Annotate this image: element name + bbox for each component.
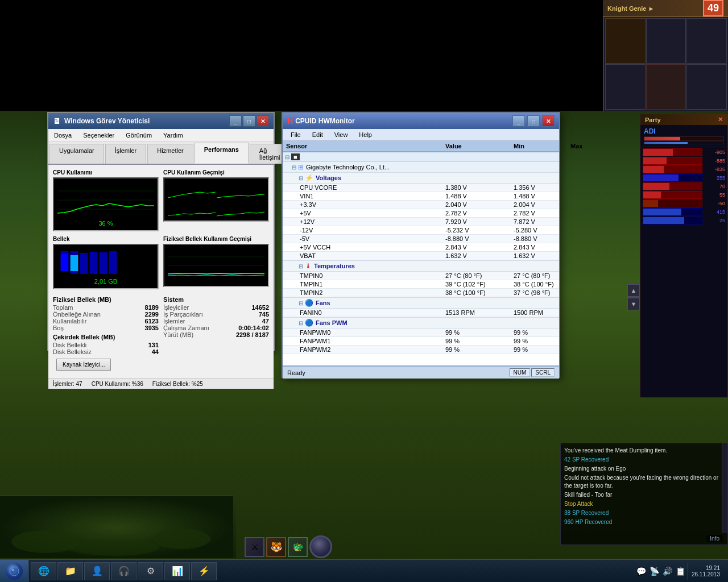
hwm-12v-value: 7.920 V xyxy=(445,218,514,225)
taskbar-item-app5[interactable]: ⚙ xyxy=(138,562,163,580)
party-close-button[interactable]: ✕ xyxy=(718,116,723,123)
svg-rect-10 xyxy=(90,252,98,274)
tm-tab-performance[interactable]: Performans xyxy=(195,143,249,164)
hwm-neg12v-value: -5.232 V xyxy=(445,227,514,234)
hwmonitor-window: H CPUID HWMonitor _ □ ✕ File Edit View H… xyxy=(282,112,560,378)
hotbar-icon-2[interactable]: 🐯 xyxy=(266,537,286,557)
hwm-fans-header[interactable]: ⊟ 🔵 Fans xyxy=(283,297,559,309)
chat-panel: You've received the Meat Dumpling item. … xyxy=(560,443,728,545)
svg-point-18 xyxy=(11,568,17,574)
task-manager-tabs: Uygulamalar İşlemler Hizmetler Performan… xyxy=(48,142,274,165)
taskbar-item-app3[interactable]: 👤 xyxy=(84,562,110,580)
info-button[interactable]: Info xyxy=(706,535,723,542)
task-manager-minimize-button[interactable]: _ xyxy=(229,115,242,127)
cpu-panel: CPU Kullanımı 36 % xyxy=(53,169,159,231)
hwm-temps-header[interactable]: ⊟ 🌡 Temperatures xyxy=(283,260,559,272)
hwm-menu-edit[interactable]: Edit xyxy=(307,130,329,140)
system-commit-row: Yürüt (MB) 2298 / 8187 xyxy=(163,331,269,338)
tm-menu-file[interactable]: Dosya xyxy=(48,130,77,140)
hwm-fanin0-value: 1513 RPM xyxy=(445,309,514,316)
task-manager-titlebar[interactable]: 🖥 Windows Görev Yöneticisi _ □ ✕ xyxy=(48,113,274,129)
char-slot-6 xyxy=(686,64,727,110)
hwmonitor-titlebar[interactable]: H CPUID HWMonitor _ □ ✕ xyxy=(283,113,559,129)
hwmonitor-tree-content[interactable]: ⊟ ■ ⊟ ⊞ Gigabyte Technology Co., Lt... ⊟… xyxy=(283,152,559,365)
char-slot-5 xyxy=(646,64,686,110)
taskbar-item-app7[interactable]: ⚡ xyxy=(191,562,217,580)
hwm-sensor-5vcch: +5V VCCH 2.843 V 2.843 V 2.843 V xyxy=(283,243,559,252)
svg-rect-6 xyxy=(61,254,69,271)
tm-tab-processes[interactable]: İşlemler xyxy=(105,144,147,164)
taskbar-item-explorer[interactable]: 📁 xyxy=(57,562,83,580)
chat-scrollbar[interactable] xyxy=(722,443,727,533)
tm-tab-apps[interactable]: Uygulamalar xyxy=(49,144,104,164)
hwm-5v-value: 2.782 V xyxy=(445,210,514,217)
hwm-device-icon: ⊞ xyxy=(298,163,304,171)
hwm-fanpwm2-value: 99 % xyxy=(445,346,514,353)
taskbar-item-app6[interactable]: 📊 xyxy=(164,562,190,580)
systray-icon-3[interactable]: 🔊 xyxy=(663,567,672,576)
memory-value: 2,01 GB xyxy=(57,278,154,285)
hwm-menu-file[interactable]: File xyxy=(285,130,307,140)
systray-icon-4[interactable]: 📋 xyxy=(676,567,685,576)
hotbar-area: ⚔ 🐯 🐲 xyxy=(245,535,332,558)
hwmonitor-statusbar: Ready NUM SCRL xyxy=(283,365,559,379)
kernel-nonpaged-value: 44 xyxy=(152,348,159,355)
hwm-device-row[interactable]: ⊟ ⊞ Gigabyte Technology Co., Lt... xyxy=(283,162,559,173)
hwm-voltages-label: Voltages xyxy=(316,174,341,181)
hwm-3v3-min: 2.004 V xyxy=(514,201,559,208)
start-button[interactable] xyxy=(0,560,28,583)
hwm-fanspwm-header[interactable]: ⊟ 🔵 Fans PWM xyxy=(283,317,559,329)
phys-available-value: 6123 xyxy=(145,318,159,325)
stat-label-3: -835 xyxy=(702,167,725,172)
main-orb[interactable] xyxy=(309,535,332,558)
clock-area[interactable]: 19:21 26.11.2013 xyxy=(688,563,723,580)
task-manager-maximize-button[interactable]: □ xyxy=(243,115,255,127)
tm-memory-graphs: Bellek xyxy=(53,236,269,289)
scroll-down-btn[interactable]: ▼ xyxy=(627,298,640,310)
cpu-label: CPU Kullanımı xyxy=(53,169,159,176)
systray-icon-2[interactable]: 📡 xyxy=(650,567,659,576)
svg-point-23 xyxy=(154,529,210,549)
resource-monitor-button[interactable]: Kaynak İzleyici... xyxy=(56,359,111,371)
systray-icon-1[interactable]: 💬 xyxy=(636,567,646,576)
hwm-sensor-fanin0: FANIN0 1513 RPM 1500 RPM 1516 RPM xyxy=(283,309,559,317)
stat-bar-8 xyxy=(643,208,702,216)
cpu-hist-1 xyxy=(168,182,216,199)
stat-label-7: -50 xyxy=(702,201,725,206)
hwm-menu-view[interactable]: View xyxy=(329,130,354,140)
task-manager-close-button[interactable]: ✕ xyxy=(257,115,269,127)
tm-menu-help[interactable]: Yardım xyxy=(158,130,189,140)
hwmonitor-minimize-button[interactable]: _ xyxy=(512,115,525,127)
hwmonitor-close-button[interactable]: ✕ xyxy=(542,115,555,127)
start-orb-icon xyxy=(6,563,23,580)
party-stat-row-2: -885 xyxy=(643,157,725,165)
phys-available-row: Kullanılabilir 6123 xyxy=(53,318,159,325)
chat-line-1: You've received the Meat Dumpling item. xyxy=(564,447,724,455)
tm-tab-services[interactable]: Hizmetler xyxy=(147,144,193,164)
taskbar-item-ie[interactable]: 🌐 xyxy=(31,562,56,580)
hotbar-icon-1[interactable]: ⚔ xyxy=(245,537,264,557)
hwm-root-indicator: ■ xyxy=(291,153,300,160)
task-manager-content: CPU Kullanımı 36 % xyxy=(48,165,274,379)
hwm-voltages-header[interactable]: ⊟ ⚡ Voltages xyxy=(283,173,559,184)
hwm-menu-help[interactable]: Help xyxy=(353,130,378,140)
hotbar-icon-3[interactable]: 🐲 xyxy=(288,537,308,557)
tm-menu-view[interactable]: Görünüm xyxy=(120,130,158,140)
hwm-5vcch-name: +5V VCCH xyxy=(286,244,445,251)
cpu-percent: 36 % xyxy=(57,220,154,227)
phys-memory-panel: Fiziksel Bellek Kullanım Geçmişi xyxy=(163,236,269,289)
scroll-up-btn[interactable]: ▲ xyxy=(627,284,640,297)
stat-label-6: 55 xyxy=(702,192,725,198)
tm-menu-options[interactable]: Seçenekler xyxy=(77,130,120,140)
system-threads-row: İş Parçacıkları 745 xyxy=(163,311,269,318)
hwm-root-item[interactable]: ⊟ ■ xyxy=(283,152,559,162)
hwm-sensor-tmpin0: TMPIN0 27 °C (80 °F) 27 °C (80 °F) 28 °C… xyxy=(283,272,559,280)
chat-line-4: Could not attack because you're facing t… xyxy=(564,474,724,490)
hwm-device-expand: ⊟ xyxy=(292,164,296,171)
hwmonitor-maximize-button[interactable]: □ xyxy=(527,115,540,127)
hwm-vin1-value: 1.488 V xyxy=(445,193,514,199)
hwm-status-text: Ready xyxy=(287,369,510,376)
taskbar-item-app4[interactable]: 🎧 xyxy=(111,562,136,580)
hwm-cpu-vcore-name: CPU VCORE xyxy=(286,184,445,191)
hwm-sensor-fanpwm2: FANPWM2 99 % 99 % 99 % xyxy=(283,346,559,354)
